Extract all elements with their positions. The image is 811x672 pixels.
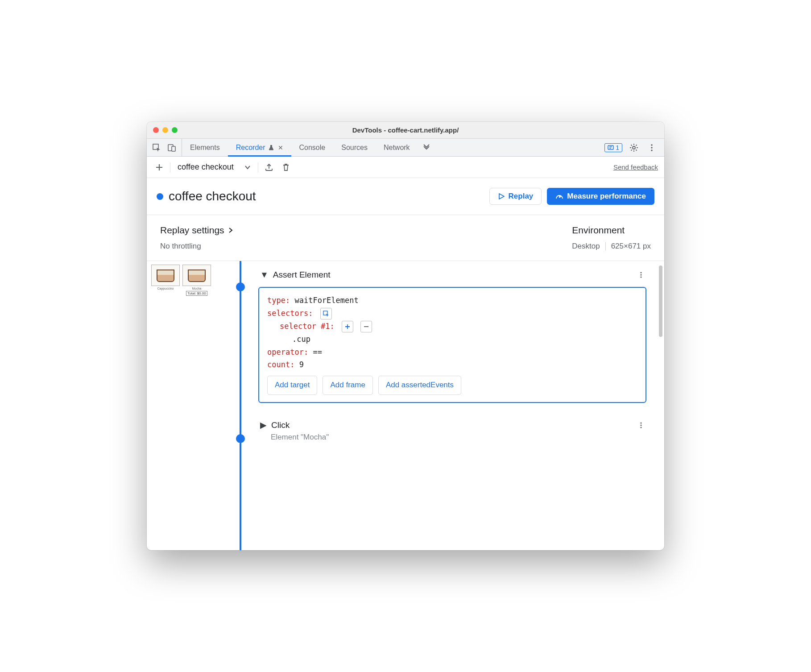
measure-performance-button[interactable]: Measure performance <box>547 188 654 205</box>
recording-header: coffee checkout Replay Measure performan… <box>147 178 664 215</box>
tab-console[interactable]: Console <box>291 139 334 156</box>
window-title: DevTools - coffee-cart.netlify.app/ <box>147 126 664 134</box>
environment-value: Desktop 625×671 px <box>572 242 651 251</box>
svg-point-9 <box>640 274 641 275</box>
replay-button[interactable]: Replay <box>489 188 542 205</box>
kebab-menu-icon[interactable] <box>645 141 658 154</box>
chevron-down-icon: ▼ <box>260 270 269 280</box>
step-assert-menu[interactable] <box>637 271 645 278</box>
device-toggle-icon[interactable] <box>166 141 178 154</box>
minimize-window-button[interactable] <box>162 127 168 133</box>
remove-selector-icon[interactable] <box>360 321 372 332</box>
step-assert-header[interactable]: ▼ Assert Element <box>258 265 646 284</box>
step-click: ▶ Click Element "Mocha" <box>258 415 646 442</box>
step-assert: ▼ Assert Element type: waitForElement se… <box>258 265 646 403</box>
add-frame-button[interactable]: Add frame <box>323 376 372 395</box>
tab-sources[interactable]: Sources <box>333 139 376 156</box>
tab-network[interactable]: Network <box>376 139 418 156</box>
timeline: Cappuccino Mocha Total: $0.00 ▼ Assert E… <box>147 261 664 550</box>
export-icon[interactable] <box>263 161 275 174</box>
svg-point-12 <box>640 422 641 423</box>
svg-point-8 <box>640 272 641 273</box>
tab-elements[interactable]: Elements <box>182 139 228 156</box>
svg-point-14 <box>640 427 641 428</box>
throttling-value: No throttling <box>160 242 233 251</box>
tabbar: Elements Recorder ✕ Console Sources Netw… <box>147 139 664 157</box>
tabs-overflow-icon[interactable] <box>418 139 435 156</box>
settings-gear-icon[interactable] <box>628 141 640 154</box>
svg-point-4 <box>633 146 635 149</box>
devtools-window: DevTools - coffee-cart.netlify.app/ Elem… <box>147 122 664 550</box>
flask-icon <box>268 145 274 151</box>
step-assert-body: type: waitForElement selectors: selector… <box>258 287 646 403</box>
recorder-toolbar: coffee checkout Send feedback <box>147 157 664 178</box>
add-target-button[interactable]: Add target <box>267 376 317 395</box>
timeline-node-click[interactable] <box>236 434 245 443</box>
close-tab-icon[interactable]: ✕ <box>278 144 283 151</box>
steps-list: ▼ Assert Element type: waitForElement se… <box>258 261 664 550</box>
pick-selector-icon[interactable] <box>320 308 332 319</box>
svg-point-6 <box>651 147 653 149</box>
close-window-button[interactable] <box>153 127 159 133</box>
delete-icon[interactable] <box>280 161 292 174</box>
svg-rect-2 <box>172 146 175 151</box>
thumb-0[interactable]: Cappuccino <box>151 265 180 290</box>
timeline-node-assert[interactable] <box>236 282 245 291</box>
issues-badge[interactable]: 1 <box>604 143 622 152</box>
timeline-rail <box>223 261 258 550</box>
step-click-header[interactable]: ▶ Click <box>258 415 646 435</box>
thumb-1[interactable]: Mocha Total: $0.00 <box>182 265 211 296</box>
traffic-lights <box>153 127 178 133</box>
send-feedback-link[interactable]: Send feedback <box>613 163 658 171</box>
step-click-menu[interactable] <box>637 422 645 429</box>
svg-point-10 <box>640 276 641 278</box>
environment-label: Environment <box>572 225 651 236</box>
scrollbar[interactable] <box>659 265 662 337</box>
step-click-subtitle: Element "Mocha" <box>271 433 646 442</box>
inspect-element-icon[interactable] <box>150 141 163 154</box>
svg-point-13 <box>640 424 641 426</box>
recording-status-dot <box>157 193 163 200</box>
add-selector-icon[interactable] <box>342 321 353 332</box>
chevron-right-icon <box>228 228 233 233</box>
recording-picker[interactable]: coffee checkout <box>175 162 253 172</box>
screenshot-thumbs: Cappuccino Mocha Total: $0.00 <box>147 261 223 550</box>
svg-rect-3 <box>608 145 613 149</box>
settings-row: Replay settings No throttling Environmen… <box>147 215 664 261</box>
chevron-right-icon: ▶ <box>260 420 267 430</box>
recording-title: coffee checkout <box>169 189 256 203</box>
new-recording-plus-icon[interactable] <box>153 161 166 174</box>
svg-point-7 <box>651 149 653 151</box>
add-asserted-events-button[interactable]: Add assertedEvents <box>378 376 461 395</box>
replay-settings-toggle[interactable]: Replay settings <box>160 225 233 236</box>
tab-recorder[interactable]: Recorder ✕ <box>228 139 291 156</box>
chevron-down-icon <box>244 164 251 170</box>
zoom-window-button[interactable] <box>172 127 178 133</box>
svg-point-5 <box>651 144 653 146</box>
titlebar: DevTools - coffee-cart.netlify.app/ <box>147 122 664 139</box>
